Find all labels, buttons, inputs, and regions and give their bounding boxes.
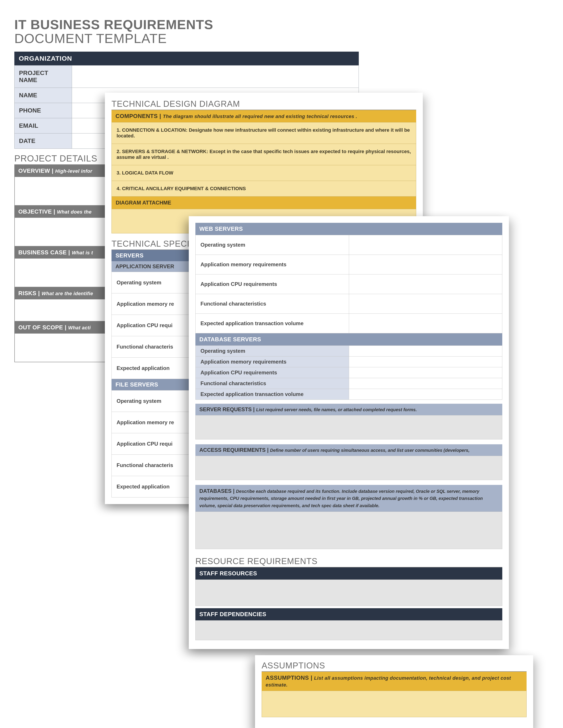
web-row: Application CPU requirements xyxy=(195,274,349,294)
diagram-attachment-bar: DIAGRAM ATTACHME xyxy=(111,197,416,209)
databases-bar: DATABASES | Describe each database requi… xyxy=(195,485,502,512)
business-case-label: BUSINESS CASE | xyxy=(18,249,70,256)
objective-label: OBJECTIVE | xyxy=(18,208,55,215)
web-row: Functional characteristics xyxy=(195,294,349,314)
staff-dependencies-header: STAFF DEPENDENCIES xyxy=(195,608,502,620)
web-servers-header: WEB SERVERS xyxy=(195,223,502,235)
access-requirements-field[interactable] xyxy=(195,456,502,480)
web-row-value[interactable] xyxy=(349,294,502,314)
organization-header: ORGANIZATION xyxy=(14,52,359,65)
out-of-scope-label: OUT OF SCOPE | xyxy=(18,324,66,331)
component-row-1: 1. CONNECTION & LOCATION: Designate how … xyxy=(112,122,416,144)
web-row-value[interactable] xyxy=(349,274,502,294)
db-row-value[interactable] xyxy=(349,367,502,378)
label-date: DATE xyxy=(15,133,72,149)
component-row-4: 4. CRITICAL ANCILLARY EQUIPMENT & CONNEC… xyxy=(112,181,416,196)
doc-title-line2: DOCUMENT TEMPLATE xyxy=(14,32,359,45)
business-case-hint: What is t xyxy=(72,250,93,255)
page4-assumptions: ASSUMPTIONS ASSUMPTIONS | List all assum… xyxy=(255,655,533,728)
web-servers-table: Operating system Application memory requ… xyxy=(195,235,502,333)
db-row: Application memory requirements xyxy=(195,356,349,367)
overview-label: OVERVIEW | xyxy=(18,167,53,174)
staff-dependencies-field[interactable] xyxy=(195,620,502,640)
risks-hint: What are the identifie xyxy=(41,291,93,296)
components-label: COMPONENTS | xyxy=(115,113,161,119)
staff-resources-header: STAFF RESOURCES xyxy=(195,567,502,580)
component-row-2: 2. SERVERS & STORAGE & NETWORK: Except i… xyxy=(112,144,416,165)
web-row-value[interactable] xyxy=(349,255,502,274)
tech-design-heading: TECHNICAL DESIGN DIAGRAM xyxy=(111,99,416,110)
input-project-name[interactable] xyxy=(72,66,359,88)
db-row: Operating system xyxy=(195,346,349,356)
server-requests-hint: List required server needs, file names, … xyxy=(256,407,417,412)
doc-title-line1: IT BUSINESS REQUIREMENTS xyxy=(14,18,359,32)
access-requirements-bar: ACCESS REQUIREMENTS | Define number of u… xyxy=(195,444,502,456)
db-row-value[interactable] xyxy=(349,356,502,367)
access-requirements-label: ACCESS REQUIREMENTS | xyxy=(199,447,268,453)
web-row-value[interactable] xyxy=(349,235,502,255)
staff-resources-field[interactable] xyxy=(195,580,502,606)
server-requests-field[interactable] xyxy=(195,415,502,439)
resource-requirements-heading: RESOURCE REQUIREMENTS xyxy=(195,557,502,567)
db-row-value[interactable] xyxy=(349,346,502,356)
db-row: Expected application transaction volume xyxy=(195,389,349,400)
components-hint: The diagram should illustrate all requir… xyxy=(163,114,357,119)
db-row-value[interactable] xyxy=(349,389,502,400)
server-requests-bar: SERVER REQUESTS | List required server n… xyxy=(195,404,502,415)
server-requests-label: SERVER REQUESTS | xyxy=(199,406,254,412)
databases-hint: Describe each database required and its … xyxy=(199,489,483,508)
objective-hint: What does the xyxy=(57,209,92,215)
assumptions-heading: ASSUMPTIONS xyxy=(261,661,527,672)
risks-label: RISKS | xyxy=(18,290,40,296)
component-row-3: 3. LOGICAL DATA FLOW xyxy=(112,165,416,181)
web-row-value[interactable] xyxy=(349,314,502,333)
assumptions-bar: ASSUMPTIONS | List all assumptions impac… xyxy=(261,672,527,691)
database-servers-header: DATABASE SERVERS xyxy=(195,333,502,345)
web-row: Expected application transaction volume xyxy=(195,314,349,333)
label-phone: PHONE xyxy=(15,103,72,118)
databases-label: DATABASES | xyxy=(199,488,234,494)
components-body: 1. CONNECTION & LOCATION: Designate how … xyxy=(111,122,416,197)
assumptions-label: ASSUMPTIONS | xyxy=(265,674,313,681)
label-name: NAME xyxy=(15,88,72,103)
label-project-name: PROJECT NAME xyxy=(15,66,72,88)
component-row-2-text: 2. SERVERS & STORAGE & NETWORK: Except i… xyxy=(117,149,411,160)
page3-web-servers: WEB SERVERS Operating system Application… xyxy=(189,216,509,649)
access-requirements-hint: Define number of users requiring simulta… xyxy=(270,448,470,453)
web-row: Application memory requirements xyxy=(195,255,349,274)
database-servers-table: Operating system Application memory requ… xyxy=(195,345,502,400)
db-row: Application CPU requirements xyxy=(195,367,349,378)
assumptions-field[interactable] xyxy=(261,691,527,717)
components-bar: COMPONENTS | The diagram should illustra… xyxy=(111,110,416,122)
web-row: Operating system xyxy=(195,235,349,255)
label-email: EMAIL xyxy=(15,118,72,133)
out-of-scope-hint: What acti xyxy=(68,325,91,330)
overview-hint: High-level infor xyxy=(55,168,92,174)
db-row-value[interactable] xyxy=(349,378,502,389)
databases-field[interactable] xyxy=(195,512,502,549)
db-row: Functional characteristics xyxy=(195,378,349,389)
